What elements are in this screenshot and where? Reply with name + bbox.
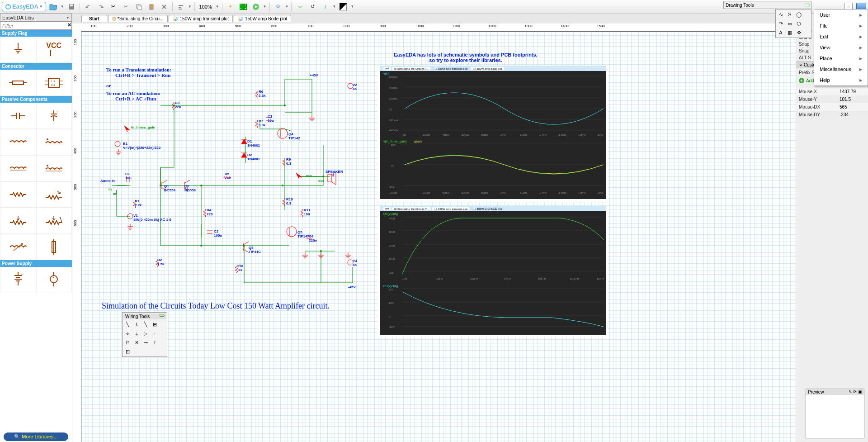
svg-rect-10 [240,4,247,10]
history-button[interactable]: ↺ [307,1,318,12]
logo[interactable]: EasyEDA ▼ [2,2,46,11]
arc-tool[interactable]: ◯ [795,10,803,14]
svg-point-12 [245,5,246,5]
chevron-down-icon: ▼ [350,5,354,9]
drawing-tools-titlebar[interactable]: Drawing Tools [723,1,811,9]
svg-point-13 [241,8,241,9]
context-menu: User▶ File▶ Edit▶ View▶ Place▶ Miscellan… [814,9,868,14]
logo-text: EasyEDA [12,3,38,10]
separator [269,2,270,11]
separator [172,2,173,11]
separator [80,2,80,11]
svg-rect-3 [70,5,73,6]
settings-button[interactable]: ⚙ [273,1,283,12]
share-button[interactable]: ⫘ [294,1,305,12]
line-tool[interactable]: ∿ [777,10,785,14]
drawing-tools-label: Drawing Tools [726,3,754,8]
polyline-tool[interactable]: S [786,10,794,14]
battery-icon [805,4,809,6]
svg-rect-8 [179,7,181,8]
svg-point-11 [241,5,241,5]
svg-rect-5 [138,6,142,10]
open-button[interactable] [48,1,59,12]
chevron-down-icon: ▼ [188,5,192,9]
chevron-down-icon: ▼ [39,5,43,9]
chevron-down-icon: ▼ [285,5,289,9]
copy-button[interactable] [133,1,144,12]
svg-rect-6 [150,5,153,10]
drawing-tools-palette[interactable]: ∿ S ◯ ↷ ▭ ⬡ A ▦ ✥ [775,9,811,14]
run-button[interactable] [250,1,261,12]
menu-user[interactable]: User▶ [814,10,868,14]
svg-point-1 [8,4,9,5]
separator [194,2,195,11]
chevron-down-icon: ▼ [216,5,219,9]
undo-button[interactable] [83,1,94,12]
redo-button[interactable] [95,1,106,12]
save-button[interactable] [66,1,77,12]
cut-button[interactable]: ✂ [108,1,119,12]
zoom-level[interactable]: 100% [198,4,214,10]
separator [291,2,292,11]
align-button[interactable] [175,1,186,12]
paste-button[interactable] [146,1,157,12]
svg-point-14 [245,8,246,9]
wand-button[interactable]: ✦ [225,1,236,12]
cut2-button[interactable]: ✂ [121,1,132,12]
info-button[interactable]: i [320,1,330,12]
theme-button[interactable] [338,1,349,12]
delete-button[interactable] [159,1,170,12]
svg-rect-7 [179,5,183,6]
pcb-button[interactable] [238,1,249,12]
svg-rect-9 [179,9,182,10]
chevron-down-icon: ▼ [332,5,336,9]
chevron-down-icon: ▼ [61,5,64,9]
chevron-down-icon: ▼ [263,5,267,9]
separator [222,2,222,11]
